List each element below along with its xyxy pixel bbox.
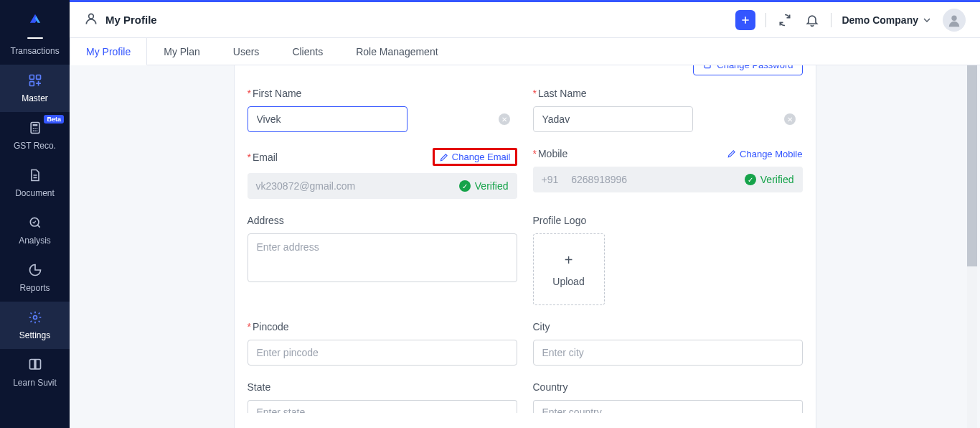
page-title-wrap: My Profile: [84, 11, 157, 28]
country-label: Country: [533, 381, 803, 393]
pincode-input[interactable]: [248, 340, 517, 366]
logo-icon: [27, 7, 44, 32]
address-label: Address: [248, 215, 517, 226]
form-body: * First Name ✕ * Last Name ✕: [235, 80, 816, 420]
last-name-label: * Last Name: [533, 88, 803, 99]
city-input[interactable]: [533, 340, 803, 366]
tabs: My Profile My Plan Users Clients Role Ma…: [70, 38, 980, 65]
first-name-input[interactable]: [248, 106, 407, 132]
scrollbar-track[interactable]: [967, 65, 977, 428]
sidebar: Transactions Master Beta GST Reco. Docum…: [0, 0, 70, 428]
state-label: State: [248, 381, 517, 393]
clear-icon[interactable]: ✕: [499, 113, 510, 125]
sync-icon[interactable]: [776, 11, 793, 29]
change-password-button[interactable]: Change Password: [693, 65, 802, 75]
chevron-down-icon: [921, 14, 933, 26]
sidebar-item-analysis[interactable]: Analysis: [0, 207, 70, 254]
content-wrapper: Change Password * First Name ✕: [70, 65, 980, 428]
pie-chart-icon: [27, 261, 44, 279]
upload-label: Upload: [552, 276, 584, 287]
svg-rect-4: [32, 124, 37, 126]
tab-my-profile[interactable]: My Profile: [70, 38, 147, 65]
sidebar-item-reports[interactable]: Reports: [0, 254, 70, 302]
grid-icon: [27, 72, 44, 89]
topbar-right: Demo Company: [735, 9, 966, 32]
sidebar-item-settings[interactable]: Settings: [0, 302, 70, 349]
beta-badge: Beta: [44, 115, 64, 124]
bell-icon[interactable]: [804, 11, 821, 29]
sidebar-item-label: GST Reco.: [14, 141, 56, 151]
svg-rect-2: [29, 82, 34, 86]
divider-icon: [27, 37, 43, 39]
mobile-value: 6268918996: [571, 174, 739, 185]
analysis-icon: [27, 214, 44, 231]
sidebar-item-gst-reco[interactable]: Beta GST Reco.: [0, 112, 70, 159]
svg-point-9: [34, 130, 36, 131]
check-icon: ✓: [459, 180, 471, 192]
state-input[interactable]: Enter state: [248, 400, 517, 413]
sidebar-item-label: Master: [22, 93, 48, 103]
book-icon: [27, 356, 44, 373]
tab-my-plan[interactable]: My Plan: [147, 38, 217, 65]
mobile-field: +91 6268918996 ✓Verified: [533, 167, 803, 192]
city-label: City: [533, 321, 803, 332]
email-value: vk230872@gmail.com: [256, 180, 453, 192]
sidebar-item-document[interactable]: Document: [0, 159, 70, 207]
sidebar-item-label: Document: [15, 188, 55, 198]
scrollbar-thumb[interactable]: [967, 65, 977, 266]
sidebar-item-label: Transactions: [10, 46, 59, 56]
email-label: *Email: [248, 152, 278, 163]
clear-icon[interactable]: ✕: [784, 113, 796, 125]
profile-logo-label: Profile Logo: [533, 215, 803, 226]
svg-point-13: [89, 14, 94, 19]
svg-point-8: [32, 130, 34, 131]
sidebar-item-label: Learn Suvit: [13, 378, 57, 388]
profile-card: Change Password * First Name ✕: [234, 65, 816, 428]
page-title: My Profile: [105, 14, 157, 26]
mobile-prefix: +91: [542, 174, 559, 185]
svg-point-10: [36, 130, 37, 131]
country-input[interactable]: Enter country: [533, 400, 803, 413]
svg-point-6: [34, 128, 36, 129]
verified-badge: ✓Verified: [459, 180, 509, 192]
topbar: My Profile Demo Company: [70, 2, 980, 38]
svg-point-12: [33, 316, 37, 320]
sidebar-item-master[interactable]: Master: [0, 65, 70, 112]
divider: [765, 13, 766, 27]
upload-box[interactable]: + Upload: [533, 233, 605, 305]
svg-point-14: [951, 15, 956, 20]
address-input[interactable]: [248, 233, 517, 282]
change-mobile-link[interactable]: Change Mobile: [727, 149, 802, 159]
tab-users[interactable]: Users: [217, 38, 276, 65]
calculator-icon: [27, 119, 44, 136]
check-icon: ✓: [745, 174, 756, 185]
main: My Profile Demo Company My Profile: [70, 0, 980, 428]
verified-badge: ✓Verified: [745, 174, 794, 185]
mobile-label: *Mobile: [533, 148, 568, 159]
sidebar-item-label: Analysis: [19, 236, 51, 246]
document-icon: [27, 167, 44, 184]
change-email-highlight: Change Email: [433, 148, 517, 166]
sidebar-item-learn-suvit[interactable]: Learn Suvit: [0, 349, 70, 396]
email-field: vk230872@gmail.com ✓Verified: [248, 173, 517, 199]
svg-point-7: [36, 128, 37, 129]
avatar[interactable]: [943, 9, 966, 32]
content-area: Change Password * First Name ✕: [73, 65, 977, 428]
tab-clients[interactable]: Clients: [275, 38, 339, 65]
company-name: Demo Company: [842, 14, 918, 26]
pencil-icon: [439, 152, 449, 162]
lock-icon: [702, 65, 712, 70]
company-selector[interactable]: Demo Company: [842, 14, 933, 26]
sidebar-item-transactions[interactable]: Transactions: [0, 7, 70, 65]
first-name-label: * First Name: [248, 88, 517, 99]
change-email-link[interactable]: Change Email: [439, 152, 511, 162]
last-name-input[interactable]: [533, 106, 693, 132]
tab-role-management[interactable]: Role Management: [339, 38, 454, 65]
svg-rect-15: [705, 65, 710, 68]
svg-point-5: [32, 128, 34, 129]
gear-icon: [27, 309, 44, 326]
add-button[interactable]: [735, 10, 755, 30]
user-icon: [84, 11, 98, 28]
sidebar-item-label: Reports: [19, 283, 50, 293]
svg-rect-1: [36, 75, 40, 80]
